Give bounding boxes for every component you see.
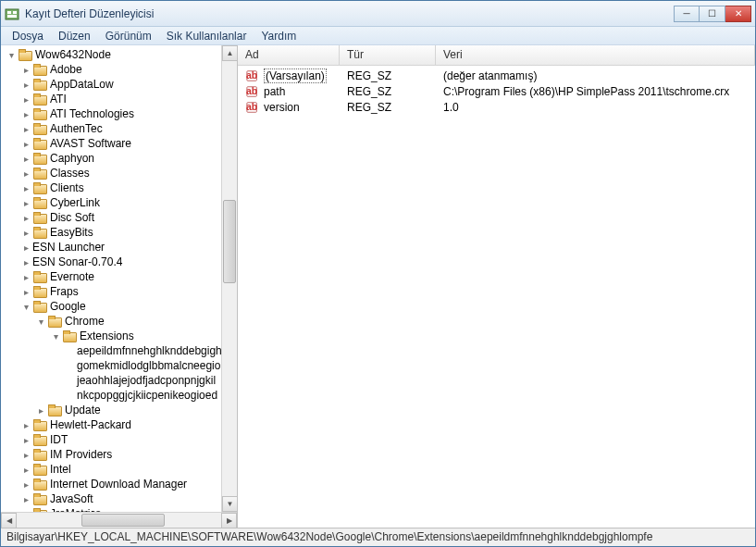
expand-icon[interactable]: ▸ [19,228,32,238]
tree-node-chrome[interactable]: ▾Chrome [5,314,237,329]
values-list[interactable]: ab(Varsayılan)REG_SZ(değer atanmamış)abp… [238,66,755,528]
expand-icon[interactable]: ▸ [19,94,32,105]
scroll-left-button[interactable]: ◀ [1,513,17,528]
tree-node-ext-gomekmid[interactable]: ▸gomekmidlodglbbmalcneegio [5,358,237,373]
expand-icon[interactable]: ▸ [19,450,32,460]
scroll-thumb-h[interactable] [81,514,165,527]
tree-vertical-scrollbar[interactable]: ▲ ▼ [221,45,237,512]
tree-node-adobe[interactable]: ▸Adobe [5,62,237,77]
tree-horizontal-scrollbar[interactable]: ◀ ▶ [1,512,237,528]
tree-node-caphyon[interactable]: ▸Caphyon [5,151,237,166]
expand-icon[interactable]: ▸ [19,465,32,475]
collapse-icon[interactable]: ▾ [19,302,32,312]
tree-node-ext-aepeildm[interactable]: ▸aepeildmfnnehghlknddebgigh [5,343,237,358]
tree-node-evernote[interactable]: ▸Evernote [5,269,237,284]
menu-file[interactable]: Dosya [5,28,51,44]
tree-node-fraps[interactable]: ▸Fraps [5,284,237,299]
tree-node-esn-launcher[interactable]: ▸ESN Launcher [5,240,237,255]
expand-icon[interactable]: ▸ [19,435,32,445]
expand-icon[interactable]: ▸ [19,154,32,164]
tree-node-ext-nkcpopgg[interactable]: ▸nkcpopggjcjkiicpenikeogioed [5,388,237,403]
tree-node-ext-jeaohhla[interactable]: ▸jeaohhlajejodfjadcponpnjgkil [5,373,237,388]
value-name: (Varsayılan) [264,68,327,83]
collapse-icon[interactable]: ▾ [5,50,18,60]
tree-node-ati[interactable]: ▸ATI [5,92,237,106]
expand-icon[interactable]: ▸ [19,183,32,193]
expand-icon[interactable]: ▸ [19,198,32,208]
tree-node-avast-software[interactable]: ▸AVAST Software [5,136,237,151]
tree-node-disc-soft[interactable]: ▸Disc Soft [5,210,237,225]
column-type[interactable]: Tür [340,45,436,65]
expand-icon[interactable]: ▸ [34,405,47,416]
scroll-track-h[interactable] [17,513,221,528]
svg-rect-0 [6,9,19,19]
expand-icon[interactable]: ▸ [19,124,32,134]
expand-icon[interactable]: ▸ [19,109,32,119]
folder-icon [32,211,47,224]
close-button[interactable]: ✕ [725,6,751,22]
tree-node-im-providers[interactable]: ▸IM Providers [5,447,237,462]
scroll-up-button[interactable]: ▲ [222,45,238,61]
tree-node-idt[interactable]: ▸IDT [5,432,237,447]
menubar: Dosya Düzen Görünüm Sık Kullanılanlar Ya… [1,27,755,45]
tree-view[interactable]: ▾Wow6432Node▸Adobe▸AppDataLow▸ATI▸ATI Te… [1,45,237,528]
column-name[interactable]: Ad [238,45,340,65]
tree-label: gomekmidlodglbbmalcneegio [77,359,220,372]
expand-icon[interactable]: ▸ [19,257,32,267]
tree-label: ATI [50,93,67,106]
menu-view[interactable]: Görünüm [98,28,159,44]
minimize-button[interactable]: ─ [674,6,700,22]
tree-node-update[interactable]: ▸Update [5,403,237,417]
menu-edit[interactable]: Düzen [51,28,98,44]
tree-node-javasoft[interactable]: ▸JavaSoft [5,491,237,506]
tree-label: ESN Launcher [32,241,105,254]
tree-node-intel[interactable]: ▸Intel [5,462,237,477]
value-row[interactable]: abpathREG_SZC:\Program Files (x86)\HP Si… [238,83,755,99]
maximize-button[interactable]: ☐ [700,6,725,22]
tree-node-hewlett-packard[interactable]: ▸Hewlett-Packard [5,417,237,432]
collapse-icon[interactable]: ▾ [49,331,62,342]
window-title: Kayıt Defteri Düzenleyicisi [25,7,674,20]
folder-icon [32,226,47,239]
expand-icon[interactable]: ▸ [19,80,32,90]
tree-label: AuthenTec [50,122,103,135]
scroll-right-button[interactable]: ▶ [221,513,237,528]
tree-node-extensions[interactable]: ▾Extensions [5,329,237,343]
tree-node-ati-technologies[interactable]: ▸ATI Technologies [5,106,237,121]
tree-node-appdatalow[interactable]: ▸AppDataLow [5,77,237,92]
scroll-down-button[interactable]: ▼ [222,496,238,512]
expand-icon[interactable]: ▸ [19,272,32,282]
expand-icon[interactable]: ▸ [19,287,32,297]
tree-node-google[interactable]: ▾Google [5,299,237,314]
tree-node-clients[interactable]: ▸Clients [5,180,237,195]
value-row[interactable]: abversionREG_SZ1.0 [238,99,755,115]
expand-icon[interactable]: ▸ [19,494,32,504]
menu-help[interactable]: Yardım [254,28,304,44]
expand-icon[interactable]: ▸ [19,420,32,430]
tree-node-esn-sonar-0-70-4[interactable]: ▸ESN Sonar-0.70.4 [5,255,237,269]
tree-node-easybits[interactable]: ▸EasyBits [5,225,237,240]
expand-icon[interactable]: ▸ [19,213,32,223]
expand-icon[interactable]: ▸ [19,479,32,490]
value-type: REG_SZ [340,69,436,82]
folder-icon [32,300,47,313]
tree-node-internet-download-manager[interactable]: ▸Internet Download Manager [5,477,237,491]
scroll-thumb[interactable] [223,200,236,283]
menu-favorites[interactable]: Sık Kullanılanlar [159,28,254,44]
column-data[interactable]: Veri [436,45,755,65]
value-row[interactable]: ab(Varsayılan)REG_SZ(değer atanmamış) [238,68,755,83]
tree-node-authentec[interactable]: ▸AuthenTec [5,121,237,136]
expand-icon[interactable]: ▸ [19,139,32,149]
scroll-track[interactable] [222,61,237,496]
expand-icon[interactable]: ▸ [19,168,32,179]
tree-node-root[interactable]: ▾Wow6432Node [5,47,237,62]
expand-icon[interactable]: ▸ [19,65,32,75]
collapse-icon[interactable]: ▾ [34,317,47,327]
tree-label: JavaSoft [50,492,93,505]
tree-label: Clients [50,181,84,194]
tree-node-cyberlink[interactable]: ▸CyberLink [5,195,237,210]
titlebar[interactable]: Kayıt Defteri Düzenleyicisi ─ ☐ ✕ [1,1,755,27]
expand-icon[interactable]: ▸ [19,242,32,253]
window-controls: ─ ☐ ✕ [674,6,751,22]
tree-node-classes[interactable]: ▸Classes [5,166,237,180]
